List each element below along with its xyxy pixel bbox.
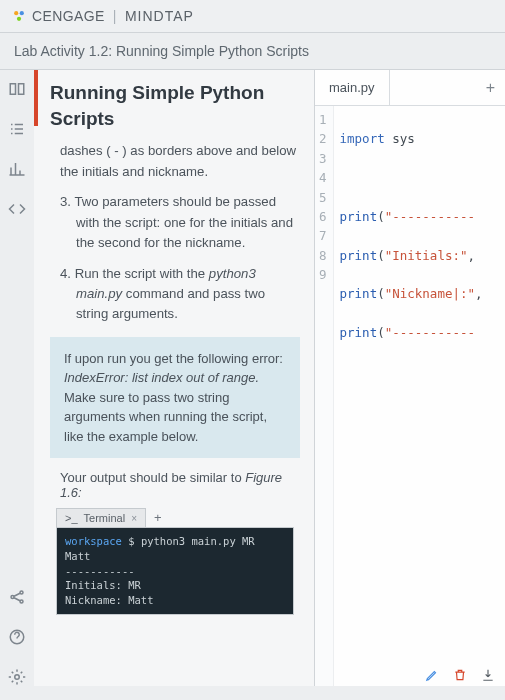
svg-point-3	[11, 596, 14, 599]
line-gutter: 123456789	[315, 106, 334, 686]
file-tab-bar: main.py +	[315, 70, 505, 106]
editor-panel: main.py + 123456789 import sys print("--…	[315, 70, 505, 686]
brand-sep: |	[113, 8, 117, 24]
pencil-icon[interactable]	[425, 668, 439, 682]
trash-icon[interactable]	[453, 668, 467, 682]
step4: 4. Run the script with the python3 main.…	[76, 264, 300, 325]
svg-point-5	[20, 600, 23, 603]
svg-point-7	[15, 675, 20, 680]
download-icon[interactable]	[481, 668, 495, 682]
file-tab[interactable]: main.py	[315, 70, 390, 105]
top-bar: CENGAGE | MINDTAP	[0, 0, 505, 33]
svg-point-0	[14, 11, 18, 15]
step2-cont: dashes ( - ) as borders above and below …	[60, 141, 300, 182]
output-note: Your output should be similar to Figure …	[60, 470, 290, 500]
brand-cengage: CENGAGE	[32, 8, 105, 24]
svg-point-2	[17, 17, 21, 21]
cengage-logo-icon	[12, 9, 26, 23]
code-lines[interactable]: import sys print("----------- print("Ini…	[334, 106, 483, 686]
help-icon[interactable]	[8, 628, 26, 646]
code-editor[interactable]: 123456789 import sys print("----------- …	[315, 106, 505, 686]
active-indicator	[34, 70, 38, 126]
note-box: If upon run you get the following error:…	[50, 337, 300, 459]
instructions-panel: Running Simple Python Scripts dashes ( -…	[34, 70, 314, 686]
book-icon[interactable]	[8, 80, 26, 98]
terminal-tab[interactable]: >_ Terminal ×	[56, 508, 146, 527]
terminal-add-tab[interactable]: +	[146, 508, 170, 527]
code-icon[interactable]	[8, 200, 26, 218]
icon-rail	[0, 70, 34, 686]
gear-icon[interactable]	[8, 668, 26, 686]
terminal-output[interactable]: workspace $ python3 main.py MR Matt ----…	[56, 527, 294, 614]
activity-title: Lab Activity 1.2: Running Simple Python …	[0, 33, 505, 70]
main-area: Running Simple Python Scripts dashes ( -…	[0, 70, 505, 686]
close-icon[interactable]: ×	[131, 513, 137, 524]
list-icon[interactable]	[8, 120, 26, 138]
chart-icon[interactable]	[8, 160, 26, 178]
share-icon[interactable]	[8, 588, 26, 606]
bottom-toolbar	[425, 668, 495, 682]
svg-point-1	[20, 11, 24, 15]
add-file-tab[interactable]: +	[476, 73, 505, 103]
lesson-title: Running Simple Python Scripts	[50, 80, 300, 131]
terminal-tabs: >_ Terminal × +	[56, 508, 300, 527]
svg-point-4	[20, 591, 23, 594]
brand-mindtap: MINDTAP	[125, 8, 194, 24]
content: Running Simple Python Scripts dashes ( -…	[34, 70, 505, 686]
step3: 3. Two parameters should be passed with …	[76, 192, 300, 253]
terminal-prompt-icon: >_	[65, 512, 78, 524]
